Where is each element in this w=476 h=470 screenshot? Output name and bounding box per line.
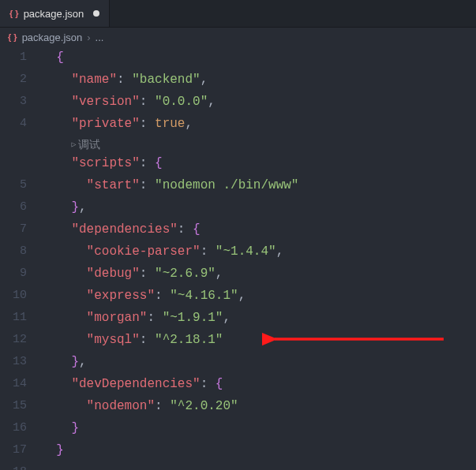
line-number: 14 <box>0 373 27 395</box>
json-file-icon: { } <box>8 32 17 42</box>
code-line <box>41 461 476 470</box>
code-line: } <box>41 439 476 461</box>
code-line: }, <box>41 196 476 218</box>
code-line: "private": true, <box>41 113 476 135</box>
line-number: 13 <box>0 351 27 373</box>
line-number: 2 <box>0 69 27 91</box>
debug-code-lens[interactable]: ▷调试 <box>41 135 476 152</box>
breadcrumb[interactable]: { } package.json › ... <box>0 28 476 47</box>
line-number-gutter: 1 2 3 4 5 6 7 8 9 10 11 12 13 14 15 16 1… <box>0 47 41 470</box>
code-line: "dependencies": { <box>41 218 476 241</box>
tab-package-json[interactable]: { } package.json <box>0 0 110 27</box>
line-number: 8 <box>0 241 27 263</box>
code-line: "nodemon": "^2.0.20" <box>41 395 476 417</box>
code-line: "morgan": "~1.9.1", <box>41 307 476 329</box>
breadcrumb-file: package.json <box>22 32 83 43</box>
line-number: 12 <box>0 329 27 351</box>
line-number: 11 <box>0 307 27 329</box>
code-line: "express": "~4.16.1", <box>41 285 476 307</box>
code-line: "cookie-parser": "~1.4.4", <box>41 241 476 263</box>
code-line: "debug": "~2.6.9", <box>41 263 476 285</box>
code-line: "name": "backend", <box>41 69 476 91</box>
play-icon: ▷ <box>71 136 76 154</box>
tab-bar: { } package.json <box>0 0 476 28</box>
code-line: "version": "0.0.0", <box>41 91 476 113</box>
line-number: 6 <box>0 196 27 218</box>
json-file-icon: { } <box>9 9 19 18</box>
line-number: 16 <box>0 417 27 439</box>
line-number: 9 <box>0 263 27 285</box>
code-line: }, <box>41 351 476 373</box>
line-number: 18 <box>0 461 27 470</box>
code-line: "start": "nodemon ./bin/www" <box>41 174 476 196</box>
line-number: 7 <box>0 218 27 241</box>
line-number: 4 <box>0 113 27 135</box>
code-line: "devDependencies": { <box>41 373 476 395</box>
line-number <box>0 135 27 174</box>
line-number: 1 <box>0 47 27 69</box>
breadcrumb-more: ... <box>96 32 104 43</box>
code-line: } <box>41 417 476 439</box>
code-editor[interactable]: 1 2 3 4 5 6 7 8 9 10 11 12 13 14 15 16 1… <box>0 47 476 470</box>
code-line: { <box>41 47 476 69</box>
line-number: 3 <box>0 91 27 113</box>
code-line: "scripts": { <box>41 152 476 174</box>
dirty-indicator-icon <box>93 10 99 17</box>
line-number: 5 <box>0 174 27 196</box>
line-number: 17 <box>0 439 27 461</box>
line-number: 15 <box>0 395 27 417</box>
breadcrumb-separator-icon: › <box>87 32 90 43</box>
line-number: 10 <box>0 285 27 307</box>
tab-filename: package.json <box>24 8 84 20</box>
code-content[interactable]: { "name": "backend", "version": "0.0.0",… <box>41 47 476 470</box>
code-line: "mysql": "^2.18.1" <box>41 329 476 351</box>
